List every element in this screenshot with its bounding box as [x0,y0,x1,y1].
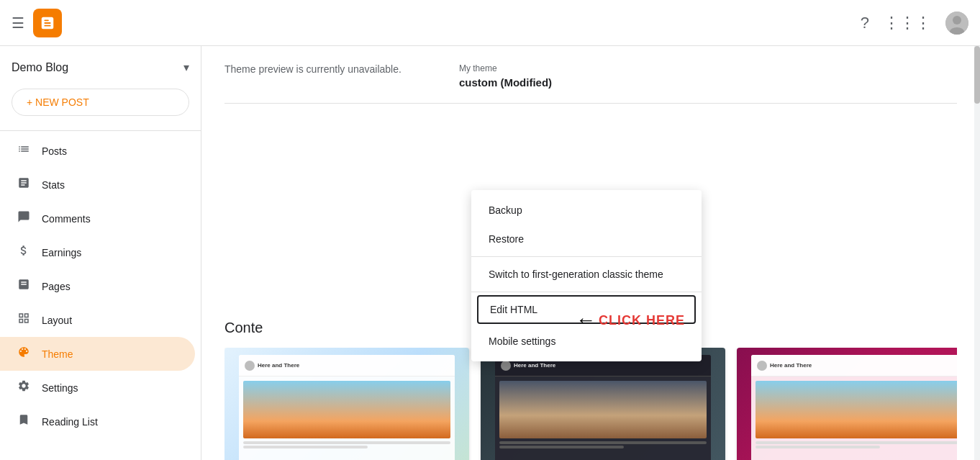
new-post-button[interactable]: + NEW POST [12,89,189,116]
nav-divider [0,130,201,131]
sidebar-item-earnings[interactable]: Earnings [0,235,195,269]
card-inner-red: Here and There [751,355,957,460]
comments-label: Comments [42,213,91,225]
card-img-red [756,381,957,438]
card-text-1 [243,441,450,444]
help-icon[interactable]: ? [861,14,869,32]
dropdown-backup[interactable]: Backup [471,196,702,225]
my-theme-label: My theme [459,63,552,73]
dropdown-switch-classic[interactable]: Switch to first-generation classic theme [471,260,702,289]
card-text-red-2 [756,446,880,448]
dropdown-divider-2 [471,292,702,292]
sidebar-item-theme[interactable]: Theme [0,337,195,371]
scrollbar-track[interactable] [974,46,980,460]
sidebar-item-stats[interactable]: Stats [0,168,195,202]
theme-cards: Here and There Exploring Beyond the Skys… [224,348,957,460]
layout-label: Layout [42,315,72,326]
earnings-icon [17,244,30,261]
card-body-light [239,376,455,460]
hamburger-icon[interactable]: ☰ [12,14,24,32]
posts-icon [17,143,30,159]
sidebar-item-settings[interactable]: Settings [0,371,195,405]
card-header-light: Here and There [239,355,455,376]
topbar-right: ? ⋮⋮⋮ [861,12,968,35]
dropdown-divider [471,256,702,257]
sidebar-item-comments[interactable]: Comments [0,202,195,235]
card-text-2 [243,446,368,448]
dropdown-mobile-settings[interactable]: Mobile settings [471,327,702,356]
avatar[interactable] [945,12,968,35]
card-header-red: Here and There [751,355,957,376]
sidebar-item-pages[interactable]: Pages [0,269,195,303]
content-area: Theme preview is currently unavailable. … [201,46,980,460]
card-preview-dark: Here and There [481,348,725,460]
card-body-dark [495,376,711,460]
posts-label: Posts [42,145,67,157]
theme-page: Theme preview is currently unavailable. … [201,46,980,460]
pages-label: Pages [42,281,71,292]
card-inner-light: Here and There [239,355,455,460]
chevron-down-icon: ▾ [183,60,189,74]
layout-icon [17,312,30,328]
comments-icon [17,210,30,227]
dropdown-menu: Backup Restore Switch to first-generatio… [471,190,702,361]
card-preview-light: Here and There [224,348,469,460]
topbar-left: ☰ [12,9,62,37]
topbar: ☰ ? ⋮⋮⋮ [0,0,980,46]
blog-name: Demo Blog [12,61,68,74]
reading-list-label: Reading List [42,416,98,428]
settings-label: Settings [42,382,78,394]
card-img-light [243,381,450,438]
stats-icon [17,176,30,193]
card-preview-red: Here and There [737,348,957,460]
card-text-dark-1 [499,441,707,444]
main-layout: Demo Blog ▾ + NEW POST Posts Stats Comme… [0,46,980,460]
reading-list-icon [17,413,30,430]
card-inner-dark: Here and There [495,355,711,460]
blogger-logo [33,9,62,37]
scrollbar-thumb[interactable] [974,46,980,104]
dropdown-edit-html[interactable]: Edit HTML [477,295,696,324]
pages-icon [17,278,30,294]
preview-unavailable: Theme preview is currently unavailable. [224,63,401,75]
theme-card-dark[interactable]: Here and There Exploring Beyond the Skys… [481,348,725,460]
svg-point-1 [953,16,961,24]
theme-icon [17,346,30,362]
dropdown-restore[interactable]: Restore [471,225,702,253]
card-text-dark-2 [499,446,624,448]
sidebar: Demo Blog ▾ + NEW POST Posts Stats Comme… [0,46,201,460]
theme-card-light[interactable]: Here and There Exploring Beyond the Skys… [224,348,469,460]
preview-text: Theme preview is currently unavailable. [224,63,401,75]
apps-grid-icon[interactable]: ⋮⋮⋮ [884,14,931,32]
theme-card-red[interactable]: Here and There [737,348,957,460]
sidebar-item-layout[interactable]: Layout [0,303,195,337]
earnings-label: Earnings [42,247,81,258]
my-theme-section: My theme custom (Modified) [459,63,552,89]
sidebar-item-reading-list[interactable]: Reading List [0,405,195,438]
card-body-red [751,376,957,460]
card-img-dark [499,381,707,438]
theme-header: Theme preview is currently unavailable. … [224,63,957,104]
card-text-red-1 [756,441,957,444]
my-theme-value: custom (Modified) [459,76,552,89]
sidebar-item-posts[interactable]: Posts [0,134,195,168]
settings-icon [17,379,30,396]
theme-label: Theme [42,348,73,360]
blog-selector[interactable]: Demo Blog ▾ [0,52,201,83]
stats-label: Stats [42,179,65,191]
